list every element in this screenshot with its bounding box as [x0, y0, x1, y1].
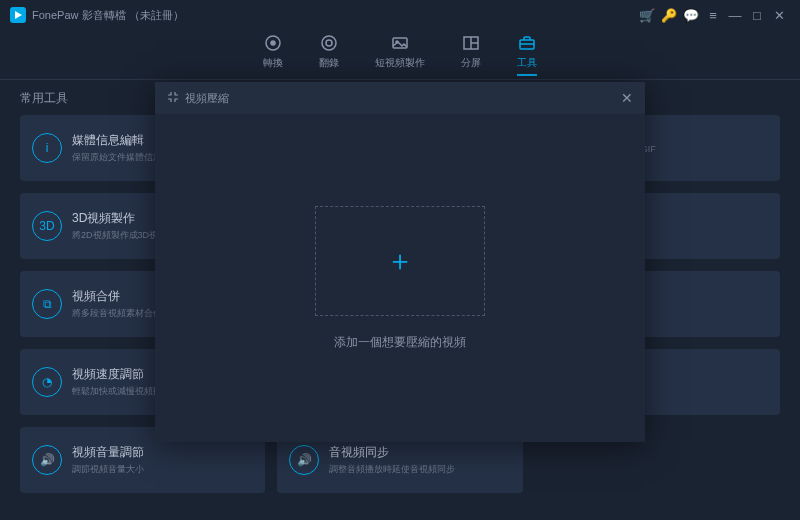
modal-header: 視頻壓縮 ✕: [155, 82, 645, 114]
dropzone-hint: 添加一個想要壓縮的視頻: [334, 334, 466, 351]
modal-backdrop: 視頻壓縮 ✕ ＋ 添加一個想要壓縮的視頻: [0, 0, 800, 520]
modal-close-button[interactable]: ✕: [621, 90, 633, 106]
plus-icon: ＋: [386, 242, 414, 280]
compress-icon: [167, 91, 179, 105]
modal-body: ＋ 添加一個想要壓縮的視頻: [155, 114, 645, 442]
video-compress-modal: 視頻壓縮 ✕ ＋ 添加一個想要壓縮的視頻: [155, 82, 645, 442]
add-file-dropzone[interactable]: ＋: [315, 206, 485, 316]
modal-title: 視頻壓縮: [185, 91, 229, 106]
